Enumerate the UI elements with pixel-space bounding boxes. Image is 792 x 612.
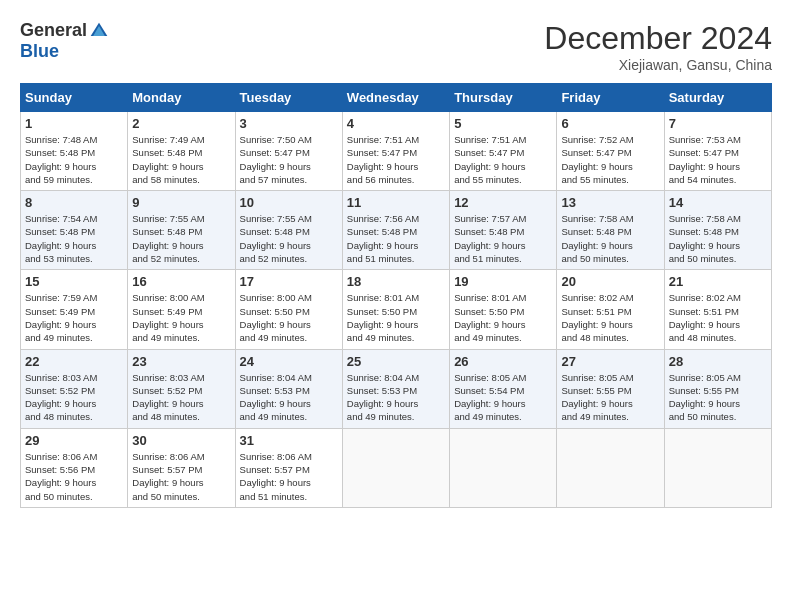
- table-row: 10Sunrise: 7:55 AM Sunset: 5:48 PM Dayli…: [235, 191, 342, 270]
- day-info: Sunrise: 8:04 AM Sunset: 5:53 PM Dayligh…: [240, 371, 338, 424]
- table-row: 25Sunrise: 8:04 AM Sunset: 5:53 PM Dayli…: [342, 349, 449, 428]
- day-number: 6: [561, 116, 659, 131]
- table-row: 5Sunrise: 7:51 AM Sunset: 5:47 PM Daylig…: [450, 112, 557, 191]
- calendar-header-row: Sunday Monday Tuesday Wednesday Thursday…: [21, 84, 772, 112]
- table-row: 15Sunrise: 7:59 AM Sunset: 5:49 PM Dayli…: [21, 270, 128, 349]
- day-number: 30: [132, 433, 230, 448]
- day-info: Sunrise: 7:59 AM Sunset: 5:49 PM Dayligh…: [25, 291, 123, 344]
- day-info: Sunrise: 7:58 AM Sunset: 5:48 PM Dayligh…: [561, 212, 659, 265]
- day-number: 16: [132, 274, 230, 289]
- day-info: Sunrise: 8:02 AM Sunset: 5:51 PM Dayligh…: [669, 291, 767, 344]
- day-info: Sunrise: 8:05 AM Sunset: 5:55 PM Dayligh…: [669, 371, 767, 424]
- page: General Blue December 2024 Xiejiawan, Ga…: [0, 0, 792, 518]
- table-row: 13Sunrise: 7:58 AM Sunset: 5:48 PM Dayli…: [557, 191, 664, 270]
- table-row: 11Sunrise: 7:56 AM Sunset: 5:48 PM Dayli…: [342, 191, 449, 270]
- table-row: 23Sunrise: 8:03 AM Sunset: 5:52 PM Dayli…: [128, 349, 235, 428]
- day-number: 8: [25, 195, 123, 210]
- table-row: 19Sunrise: 8:01 AM Sunset: 5:50 PM Dayli…: [450, 270, 557, 349]
- day-number: 31: [240, 433, 338, 448]
- day-info: Sunrise: 8:06 AM Sunset: 5:57 PM Dayligh…: [132, 450, 230, 503]
- calendar-week-row: 15Sunrise: 7:59 AM Sunset: 5:49 PM Dayli…: [21, 270, 772, 349]
- col-sunday: Sunday: [21, 84, 128, 112]
- day-number: 26: [454, 354, 552, 369]
- day-number: 10: [240, 195, 338, 210]
- day-number: 1: [25, 116, 123, 131]
- table-row: 31Sunrise: 8:06 AM Sunset: 5:57 PM Dayli…: [235, 428, 342, 507]
- table-row: [450, 428, 557, 507]
- day-number: 19: [454, 274, 552, 289]
- calendar-week-row: 8Sunrise: 7:54 AM Sunset: 5:48 PM Daylig…: [21, 191, 772, 270]
- day-info: Sunrise: 7:48 AM Sunset: 5:48 PM Dayligh…: [25, 133, 123, 186]
- day-number: 24: [240, 354, 338, 369]
- col-saturday: Saturday: [664, 84, 771, 112]
- day-info: Sunrise: 8:03 AM Sunset: 5:52 PM Dayligh…: [25, 371, 123, 424]
- day-info: Sunrise: 8:06 AM Sunset: 5:56 PM Dayligh…: [25, 450, 123, 503]
- day-info: Sunrise: 8:03 AM Sunset: 5:52 PM Dayligh…: [132, 371, 230, 424]
- day-info: Sunrise: 7:49 AM Sunset: 5:48 PM Dayligh…: [132, 133, 230, 186]
- title-section: December 2024 Xiejiawan, Gansu, China: [544, 20, 772, 73]
- table-row: 22Sunrise: 8:03 AM Sunset: 5:52 PM Dayli…: [21, 349, 128, 428]
- day-number: 11: [347, 195, 445, 210]
- day-info: Sunrise: 8:00 AM Sunset: 5:49 PM Dayligh…: [132, 291, 230, 344]
- day-info: Sunrise: 8:06 AM Sunset: 5:57 PM Dayligh…: [240, 450, 338, 503]
- day-number: 25: [347, 354, 445, 369]
- logo-general: General: [20, 20, 87, 41]
- day-number: 29: [25, 433, 123, 448]
- table-row: 14Sunrise: 7:58 AM Sunset: 5:48 PM Dayli…: [664, 191, 771, 270]
- table-row: 26Sunrise: 8:05 AM Sunset: 5:54 PM Dayli…: [450, 349, 557, 428]
- day-number: 4: [347, 116, 445, 131]
- day-info: Sunrise: 7:57 AM Sunset: 5:48 PM Dayligh…: [454, 212, 552, 265]
- day-info: Sunrise: 8:01 AM Sunset: 5:50 PM Dayligh…: [454, 291, 552, 344]
- day-info: Sunrise: 7:50 AM Sunset: 5:47 PM Dayligh…: [240, 133, 338, 186]
- day-info: Sunrise: 7:51 AM Sunset: 5:47 PM Dayligh…: [454, 133, 552, 186]
- day-info: Sunrise: 7:55 AM Sunset: 5:48 PM Dayligh…: [132, 212, 230, 265]
- col-friday: Friday: [557, 84, 664, 112]
- day-number: 18: [347, 274, 445, 289]
- table-row: 12Sunrise: 7:57 AM Sunset: 5:48 PM Dayli…: [450, 191, 557, 270]
- col-monday: Monday: [128, 84, 235, 112]
- table-row: [664, 428, 771, 507]
- table-row: 17Sunrise: 8:00 AM Sunset: 5:50 PM Dayli…: [235, 270, 342, 349]
- table-row: [557, 428, 664, 507]
- table-row: 24Sunrise: 8:04 AM Sunset: 5:53 PM Dayli…: [235, 349, 342, 428]
- day-info: Sunrise: 7:55 AM Sunset: 5:48 PM Dayligh…: [240, 212, 338, 265]
- table-row: 27Sunrise: 8:05 AM Sunset: 5:55 PM Dayli…: [557, 349, 664, 428]
- table-row: 2Sunrise: 7:49 AM Sunset: 5:48 PM Daylig…: [128, 112, 235, 191]
- day-info: Sunrise: 7:53 AM Sunset: 5:47 PM Dayligh…: [669, 133, 767, 186]
- day-number: 23: [132, 354, 230, 369]
- table-row: 9Sunrise: 7:55 AM Sunset: 5:48 PM Daylig…: [128, 191, 235, 270]
- day-number: 12: [454, 195, 552, 210]
- col-wednesday: Wednesday: [342, 84, 449, 112]
- day-info: Sunrise: 8:05 AM Sunset: 5:55 PM Dayligh…: [561, 371, 659, 424]
- calendar-week-row: 1Sunrise: 7:48 AM Sunset: 5:48 PM Daylig…: [21, 112, 772, 191]
- table-row: 29Sunrise: 8:06 AM Sunset: 5:56 PM Dayli…: [21, 428, 128, 507]
- day-info: Sunrise: 7:58 AM Sunset: 5:48 PM Dayligh…: [669, 212, 767, 265]
- table-row: 20Sunrise: 8:02 AM Sunset: 5:51 PM Dayli…: [557, 270, 664, 349]
- location: Xiejiawan, Gansu, China: [544, 57, 772, 73]
- table-row: 1Sunrise: 7:48 AM Sunset: 5:48 PM Daylig…: [21, 112, 128, 191]
- day-info: Sunrise: 8:05 AM Sunset: 5:54 PM Dayligh…: [454, 371, 552, 424]
- day-number: 9: [132, 195, 230, 210]
- table-row: 8Sunrise: 7:54 AM Sunset: 5:48 PM Daylig…: [21, 191, 128, 270]
- day-number: 28: [669, 354, 767, 369]
- logo: General Blue: [20, 20, 109, 62]
- calendar-week-row: 29Sunrise: 8:06 AM Sunset: 5:56 PM Dayli…: [21, 428, 772, 507]
- table-row: 21Sunrise: 8:02 AM Sunset: 5:51 PM Dayli…: [664, 270, 771, 349]
- table-row: 6Sunrise: 7:52 AM Sunset: 5:47 PM Daylig…: [557, 112, 664, 191]
- day-number: 3: [240, 116, 338, 131]
- table-row: 16Sunrise: 8:00 AM Sunset: 5:49 PM Dayli…: [128, 270, 235, 349]
- table-row: 30Sunrise: 8:06 AM Sunset: 5:57 PM Dayli…: [128, 428, 235, 507]
- logo-blue: Blue: [20, 41, 59, 62]
- day-number: 7: [669, 116, 767, 131]
- day-number: 14: [669, 195, 767, 210]
- day-info: Sunrise: 8:00 AM Sunset: 5:50 PM Dayligh…: [240, 291, 338, 344]
- logo-icon: [89, 21, 109, 41]
- table-row: 28Sunrise: 8:05 AM Sunset: 5:55 PM Dayli…: [664, 349, 771, 428]
- day-number: 27: [561, 354, 659, 369]
- calendar: Sunday Monday Tuesday Wednesday Thursday…: [20, 83, 772, 508]
- col-tuesday: Tuesday: [235, 84, 342, 112]
- table-row: 3Sunrise: 7:50 AM Sunset: 5:47 PM Daylig…: [235, 112, 342, 191]
- day-number: 21: [669, 274, 767, 289]
- day-info: Sunrise: 8:01 AM Sunset: 5:50 PM Dayligh…: [347, 291, 445, 344]
- table-row: 7Sunrise: 7:53 AM Sunset: 5:47 PM Daylig…: [664, 112, 771, 191]
